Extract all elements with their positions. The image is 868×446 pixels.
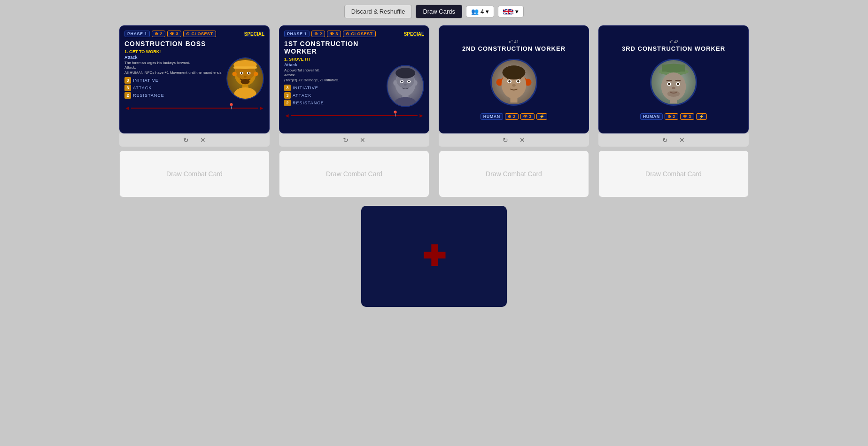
worker1-tag-3: 👁 3 xyxy=(327,31,341,37)
worker1-draw-card-label: Draw Combat Card xyxy=(326,170,382,178)
worker2-reload-btn[interactable]: ↻ xyxy=(500,135,511,145)
lang-chevron: ▾ xyxy=(515,8,519,15)
svg-point-29 xyxy=(503,65,526,79)
worker1-timeline-marker: 📍 xyxy=(392,110,399,117)
boss-portrait xyxy=(226,57,264,100)
worker3-tags: HUMAN ⊕ 2 👁 3 ⚡ xyxy=(640,113,707,120)
worker1-reload-btn[interactable]: ↻ xyxy=(340,135,351,145)
worker2-draw-card-label: Draw Combat Card xyxy=(486,170,542,178)
worker1-stat-resistance: 2 RESISTANCE xyxy=(284,100,383,106)
worker1-tags: PHASE 1 ⊕ 2 👁 3 ⊙ CLOSEST SPECIAL xyxy=(284,31,424,37)
add-enemy-section: ✚ xyxy=(0,206,868,307)
svg-point-5 xyxy=(254,72,258,77)
boss-enemy-card: PHASE 1 ⊕ 2 👁 3 ⊙ CLOSEST SPECIAL CONSTR… xyxy=(119,25,270,133)
enemy-col-worker2: n° 41 2ND CONSTRUCTION WORKER xyxy=(439,25,589,197)
worker1-stat-attack: 3 ATTACK xyxy=(284,92,383,99)
people-icon: 👥 xyxy=(471,8,479,15)
worker2-close-btn[interactable]: ✕ xyxy=(517,135,528,145)
add-enemy-button[interactable]: ✚ xyxy=(361,206,507,307)
boss-card-wrapper: PHASE 1 ⊕ 2 👁 3 ⊙ CLOSEST SPECIAL CONSTR… xyxy=(119,25,270,147)
boss-face-svg xyxy=(227,57,263,100)
worker1-ability-text: A powerful shovel hit.Attack.(Target) +2… xyxy=(284,68,383,83)
worker2-tag-3: 👁 3 xyxy=(520,113,535,120)
worker2-tags: HUMAN ⊕ 2 👁 3 ⚡ xyxy=(480,113,548,120)
language-selector[interactable]: ▾ xyxy=(498,6,524,17)
boss-timeline-marker: 📍 xyxy=(228,103,235,110)
add-enemy-plus-icon: ✚ xyxy=(422,243,446,271)
worker3-tag-3: 👁 3 xyxy=(680,113,694,120)
worker1-close-btn[interactable]: ✕ xyxy=(357,135,368,145)
boss-close-btn[interactable]: ✕ xyxy=(197,135,209,145)
worker3-tag-2: ⊕ 2 xyxy=(665,113,678,120)
boss-title: CONSTRUCTION BOSS xyxy=(124,40,223,47)
worker1-draw-card-box[interactable]: Draw Combat Card xyxy=(279,150,429,197)
boss-ability-type: Attack xyxy=(124,55,223,60)
worker3-face-svg xyxy=(651,59,696,106)
draw-cards-button[interactable]: Draw Cards xyxy=(416,5,462,18)
boss-timeline: ◄ 📍 ► xyxy=(124,103,264,113)
svg-point-4 xyxy=(232,72,237,77)
worker1-special-label: SPECIAL xyxy=(404,31,424,37)
worker1-timeline: ◄ 📍 ► xyxy=(284,111,424,120)
worker2-tag-lightning: ⚡ xyxy=(536,113,548,120)
worker1-card-wrapper: PHASE 1 ⊕ 2 👁 3 ⊙ CLOSEST SPECIAL 1ST CO… xyxy=(279,25,429,147)
boss-stat-initiative: 3 INITIATIVE xyxy=(124,77,223,84)
players-chevron: ▾ xyxy=(486,8,489,15)
worker1-stat-initiative: 3 INITIATIVE xyxy=(284,85,383,91)
worker1-stats: 1ST CONSTRUCTION WORKER 1. SHOVE IT! Att… xyxy=(284,40,383,107)
svg-point-21 xyxy=(404,84,407,86)
enemy-col-boss: PHASE 1 ⊕ 2 👁 3 ⊙ CLOSEST SPECIAL CONSTR… xyxy=(119,25,270,197)
worker3-tag-human: HUMAN xyxy=(640,113,663,120)
worker2-enemy-card: n° 41 2ND CONSTRUCTION WORKER xyxy=(439,25,589,133)
worker1-portrait xyxy=(387,65,424,107)
boss-tag-phase: PHASE 1 xyxy=(124,31,150,37)
worker2-title: 2ND CONSTRUCTION WORKER xyxy=(462,45,566,52)
worker1-tag-2: ⊕ 2 xyxy=(311,31,325,37)
svg-point-25 xyxy=(395,97,416,107)
svg-point-9 xyxy=(248,72,249,74)
worker2-draw-card-box[interactable]: Draw Combat Card xyxy=(439,150,589,197)
worker3-draw-card-box[interactable]: Draw Combat Card xyxy=(598,150,749,197)
svg-point-32 xyxy=(508,80,511,82)
worker1-title: 1ST CONSTRUCTION WORKER xyxy=(284,40,383,55)
worker1-action-bar: ↻ ✕ xyxy=(279,133,429,147)
boss-action-bar: ↻ ✕ xyxy=(119,133,270,147)
worker3-reload-btn[interactable]: ↻ xyxy=(659,135,671,145)
worker2-number: n° 41 xyxy=(509,39,519,44)
worker1-portrait-area xyxy=(387,40,424,107)
boss-timeline-track: 📍 xyxy=(131,108,258,109)
svg-point-13 xyxy=(234,87,256,100)
svg-point-16 xyxy=(395,68,415,78)
boss-portrait-area xyxy=(226,40,264,100)
worker1-tag-closest: ⊙ CLOSEST xyxy=(343,31,376,37)
worker3-close-btn[interactable]: ✕ xyxy=(676,135,688,145)
worker2-face-svg xyxy=(492,59,536,106)
worker3-number: n° 43 xyxy=(668,39,678,44)
worker1-face-svg xyxy=(388,65,423,107)
boss-tags: PHASE 1 ⊕ 2 👁 3 ⊙ CLOSEST SPECIAL xyxy=(124,31,264,37)
boss-reload-btn[interactable]: ↻ xyxy=(180,135,192,145)
boss-stats: CONSTRUCTION BOSS 1. GET TO WORK! Attack… xyxy=(124,40,223,100)
boss-stat-attack: 3 ATTACK xyxy=(124,85,223,91)
worker3-portrait xyxy=(650,59,697,106)
uk-flag-icon xyxy=(503,8,513,15)
svg-point-44 xyxy=(672,86,675,89)
worker1-enemy-card: PHASE 1 ⊕ 2 👁 3 ⊙ CLOSEST SPECIAL 1ST CO… xyxy=(279,25,429,133)
svg-point-42 xyxy=(668,83,670,85)
players-badge[interactable]: 👥 4 ▾ xyxy=(466,6,494,17)
boss-ability-text: The foreman urges his lackeys forward.At… xyxy=(124,61,223,75)
svg-point-19 xyxy=(401,81,403,83)
worker1-ability-title: 1. SHOVE IT! xyxy=(284,57,383,62)
boss-draw-card-box[interactable]: Draw Combat Card xyxy=(119,150,270,197)
boss-draw-card-label: Draw Combat Card xyxy=(166,170,223,178)
svg-point-23 xyxy=(414,80,418,86)
svg-point-11 xyxy=(240,79,249,84)
enemy-col-worker1: PHASE 1 ⊕ 2 👁 3 ⊙ CLOSEST SPECIAL 1ST CO… xyxy=(279,25,429,197)
svg-point-33 xyxy=(517,80,519,82)
svg-point-34 xyxy=(512,84,516,86)
svg-point-8 xyxy=(240,72,242,74)
toolbar: Discard & Reshuffle Draw Cards 👥 4 ▾ ▾ xyxy=(0,0,868,23)
worker1-ability-type: Attack xyxy=(284,63,383,67)
discard-reshuffle-button[interactable]: Discard & Reshuffle xyxy=(344,5,412,18)
worker1-timeline-track: 📍 xyxy=(291,115,418,116)
